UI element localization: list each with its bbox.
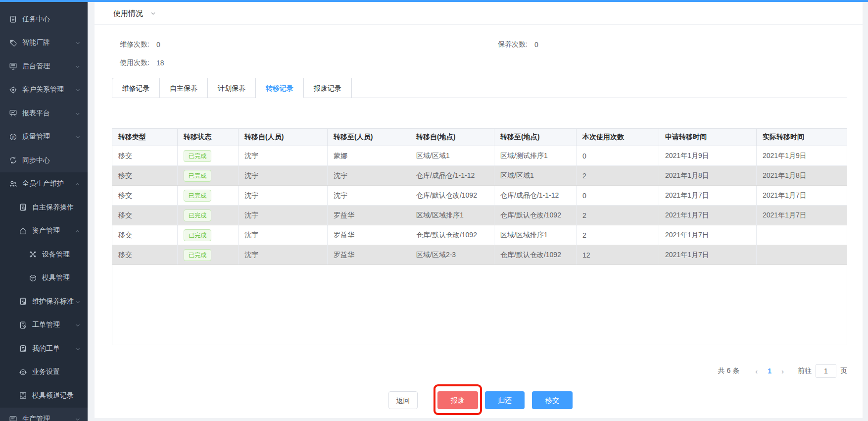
column-header: 申请转移时间 (659, 129, 757, 146)
cell-from-location: 区域/区域1 (410, 146, 494, 165)
transfer-button[interactable]: 移交 (532, 391, 573, 409)
cell-transfer-status: 已完成 (178, 206, 239, 225)
column-header: 转移自(地点) (410, 129, 494, 146)
cell-transfer-status: 已完成 (178, 186, 239, 205)
cell-from-location: 仓库/默认仓改/1092 (410, 225, 494, 245)
cell-transfer-type: 移交 (112, 146, 178, 165)
sidebar-item-label: 工单管理 (32, 320, 60, 329)
cell-to-person: 罗益华 (328, 245, 410, 264)
record-tabs: 维修记录 自主保养 计划保养 转移记录 报废记录 (112, 78, 847, 98)
column-header: 转移至(人员) (328, 129, 410, 146)
cell-to-person: 沈宇 (328, 166, 410, 185)
sidebar-item-label: 设备管理 (42, 250, 70, 259)
divider (95, 24, 863, 25)
status-badge: 已完成 (184, 229, 211, 241)
sidebar-item-equipment-mgmt[interactable]: 设备管理 (0, 243, 88, 266)
next-page-arrow-icon[interactable]: › (776, 367, 789, 375)
status-badge: 已完成 (184, 150, 211, 162)
sidebar-item-workorder-mgmt[interactable]: 工单管理 (0, 314, 88, 337)
sidebar-item-label: 资产管理 (32, 226, 60, 235)
table-row[interactable]: 移交 已完成 沈宇 沈宇 仓库/默认仓改/1092 仓库/成品仓/1-1-12 … (112, 186, 847, 206)
stat-repair-count: 维修次数: 0 (120, 38, 160, 52)
cell-usage-count: 12 (577, 245, 659, 264)
chevron-down-icon (75, 299, 81, 305)
tabbar-filler (352, 78, 847, 98)
sidebar-item-maintenance-standard[interactable]: 维护保养标准 (0, 290, 88, 314)
document-person-icon (19, 297, 27, 306)
column-header: 转移状态 (178, 129, 239, 146)
chevron-down-icon (75, 63, 81, 69)
sidebar-item-crm[interactable]: 客户关系管理 (0, 78, 88, 102)
cell-from-person: 沈宇 (239, 166, 328, 185)
cell-usage-count: 0 (577, 146, 659, 165)
table-empty-area (112, 265, 847, 345)
table-row[interactable]: 移交 已完成 沈宇 蒙娜 区域/区域1 区域/测试排序1 0 2021年1月9日… (112, 146, 847, 166)
sidebar-item-label: 智能厂牌 (22, 38, 50, 47)
sidebar-item-label: 我的工单 (32, 344, 60, 353)
section-header[interactable]: 使用情况 (113, 6, 156, 20)
sidebar-item-tpm[interactable]: 全员生产维护 (0, 172, 88, 196)
sidebar-item-task-center[interactable]: 任务中心 (0, 7, 88, 31)
inbox-tray-icon (19, 391, 27, 400)
cell-from-location: 仓库/成品仓/1-1-12 (410, 166, 494, 185)
tab-scrap-records[interactable]: 报废记录 (304, 78, 352, 98)
sidebar-item-production-mgmt[interactable]: 生产管理 (0, 408, 88, 421)
prev-page-arrow-icon[interactable]: ‹ (750, 367, 763, 375)
table-row[interactable]: 移交 已完成 沈宇 罗益华 区域/区域排序1 仓库/默认仓改/1092 2 20… (112, 206, 847, 225)
sidebar-item-backend-mgmt[interactable]: 后台管理 (0, 54, 88, 78)
cell-to-location: 区域/测试排序1 (494, 146, 577, 165)
cell-apply-time: 2021年1月7日 (659, 186, 757, 205)
return-button[interactable]: 归还 (485, 391, 525, 409)
table-row[interactable]: 移交 已完成 沈宇 罗益华 区域/区域2-3 仓库/默认仓改/1092 12 2… (112, 245, 847, 265)
goto-unit: 页 (840, 367, 847, 375)
sidebar-item-sync-center[interactable]: 同步中心 (0, 149, 88, 172)
chevron-down-icon (75, 40, 81, 46)
cell-from-person: 沈宇 (239, 225, 328, 245)
sidebar-item-mold-mgmt[interactable]: 模具管理 (0, 266, 88, 290)
sidebar-item-mold-checkout-records[interactable]: 模具领退记录 (0, 384, 88, 408)
sidebar-item-quality-mgmt[interactable]: 质 质量管理 (0, 125, 88, 149)
tab-self-maintenance[interactable]: 自主保养 (160, 78, 208, 98)
sidebar-item-label: 自主保养操作 (32, 203, 74, 212)
cell-usage-count: 0 (577, 186, 659, 205)
page-number[interactable]: 1 (763, 367, 776, 375)
cell-to-location: 仓库/默认仓改/1092 (494, 245, 577, 264)
cell-usage-count: 2 (577, 225, 659, 245)
collapse-chevron-icon[interactable] (150, 10, 156, 17)
sidebar-item-report-platform[interactable]: 报表平台 (0, 102, 88, 125)
main-panel: 使用情况 维修次数: 0 使用次数: 18 保养次数: 0 维修记录 自主保养 … (95, 2, 863, 418)
quality-circle-icon: 质 (9, 133, 17, 141)
tab-transfer-records[interactable]: 转移记录 (256, 78, 304, 98)
sidebar-item-asset-mgmt[interactable]: 资产管理 (0, 219, 88, 243)
sidebar-item-business-settings[interactable]: 业务设置 (0, 361, 88, 384)
cube-icon (29, 274, 37, 282)
chevron-up-icon (75, 181, 81, 187)
stat-usage-count: 使用次数: 18 (120, 56, 164, 70)
cell-actual-time: 2021年1月9日 (757, 146, 847, 165)
tab-planned-maintenance[interactable]: 计划保养 (208, 78, 256, 98)
sidebar-item-my-workorders[interactable]: 我的工单 (0, 337, 88, 361)
stat-label: 保养次数: (498, 40, 528, 49)
stat-value: 0 (534, 41, 538, 49)
table-row[interactable]: 移交 已完成 沈宇 罗益华 仓库/默认仓改/1092 区域/区域排序1 2 20… (112, 225, 847, 245)
cell-transfer-status: 已完成 (178, 166, 239, 185)
sidebar-item-label: 全员生产维护 (22, 179, 64, 188)
cell-transfer-type: 移交 (112, 225, 178, 245)
goto-page-input[interactable] (816, 364, 836, 378)
chevron-down-icon (75, 416, 81, 421)
tab-repair-records[interactable]: 维修记录 (112, 78, 160, 98)
sidebar-item-self-maintenance[interactable]: 自主保养操作 (0, 196, 88, 219)
sidebar-item-smart-badge[interactable]: 智能厂牌 (0, 31, 88, 55)
column-header: 转移自(人员) (239, 129, 328, 146)
cell-transfer-type: 移交 (112, 166, 178, 185)
cell-transfer-status: 已完成 (178, 146, 239, 165)
back-button[interactable]: 返回 (388, 391, 418, 409)
presentation-board-icon (9, 109, 17, 117)
asset-home-icon (19, 227, 27, 235)
column-header: 转移至(地点) (494, 129, 577, 146)
table-row[interactable]: 移交 已完成 沈宇 沈宇 仓库/成品仓/1-1-12 区域/区域1 2 2021… (112, 166, 847, 186)
scrap-button[interactable]: 报废 (437, 391, 478, 409)
status-badge: 已完成 (184, 210, 211, 221)
section-title: 使用情况 (113, 9, 143, 18)
sidebar-item-label: 后台管理 (22, 62, 50, 71)
